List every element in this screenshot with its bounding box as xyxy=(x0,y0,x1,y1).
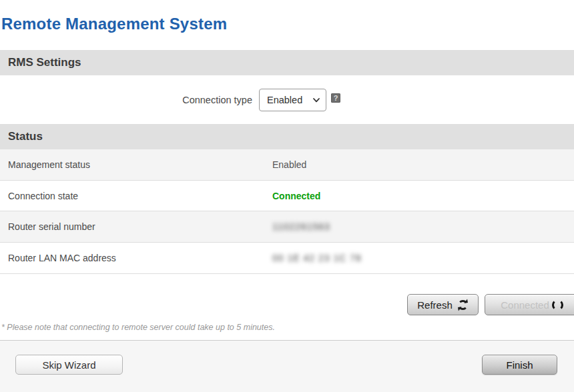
row-value-redacted: 1102261563 xyxy=(272,221,330,232)
actions-bar: Refresh Connected xyxy=(0,294,574,316)
table-row-management-status: Management status Enabled xyxy=(0,149,574,181)
status-table: Management status Enabled Connection sta… xyxy=(0,149,574,274)
row-label: Router serial number xyxy=(0,221,272,232)
connection-type-label: Connection type xyxy=(182,75,252,124)
row-label: Management status xyxy=(0,159,272,170)
help-icon[interactable]: ? xyxy=(331,93,340,103)
connection-state-badge: Connected xyxy=(272,191,320,201)
finish-button[interactable]: Finish xyxy=(482,355,557,375)
refresh-button-label: Refresh xyxy=(417,299,453,311)
row-value: Enabled xyxy=(272,159,306,170)
section-header-rms-label: RMS Settings xyxy=(8,56,81,69)
connection-type-select[interactable]: Enabled xyxy=(259,89,326,111)
connection-type-row: Connection type Enabled ? xyxy=(0,75,574,124)
connection-type-selected-value: Enabled xyxy=(267,95,312,105)
refresh-button[interactable]: Refresh xyxy=(407,294,479,315)
section-header-status: Status xyxy=(0,124,574,149)
section-header-rms-settings: RMS Settings xyxy=(0,50,574,75)
row-value-redacted: 00 1E 42 23 1C 78 xyxy=(272,253,362,263)
section-header-status-label: Status xyxy=(8,130,43,143)
finish-label: Finish xyxy=(506,359,533,371)
chevron-down-icon xyxy=(312,96,320,104)
footer-bar: Skip Wizard Finish xyxy=(0,340,574,392)
table-row-connection-state: Connection state Connected xyxy=(0,181,574,212)
rms-page: Remote Management System RMS Settings Co… xyxy=(0,0,574,392)
table-row-serial-number: Router serial number 1102261563 xyxy=(0,211,574,243)
connected-button-label: Connected xyxy=(501,299,549,311)
refresh-icon xyxy=(457,299,469,311)
row-label: Router LAN MAC address xyxy=(0,253,272,263)
skip-wizard-button[interactable]: Skip Wizard xyxy=(15,355,123,375)
row-label: Connection state xyxy=(0,191,272,201)
table-row-mac-address: Router LAN MAC address 00 1E 42 23 1C 78 xyxy=(0,243,574,274)
note-text: * Please note that connecting to remote … xyxy=(1,323,275,332)
spinner-icon xyxy=(552,299,563,311)
page-title: Remote Management System xyxy=(1,15,227,33)
connected-button[interactable]: Connected xyxy=(485,294,574,315)
skip-wizard-label: Skip Wizard xyxy=(42,359,95,371)
